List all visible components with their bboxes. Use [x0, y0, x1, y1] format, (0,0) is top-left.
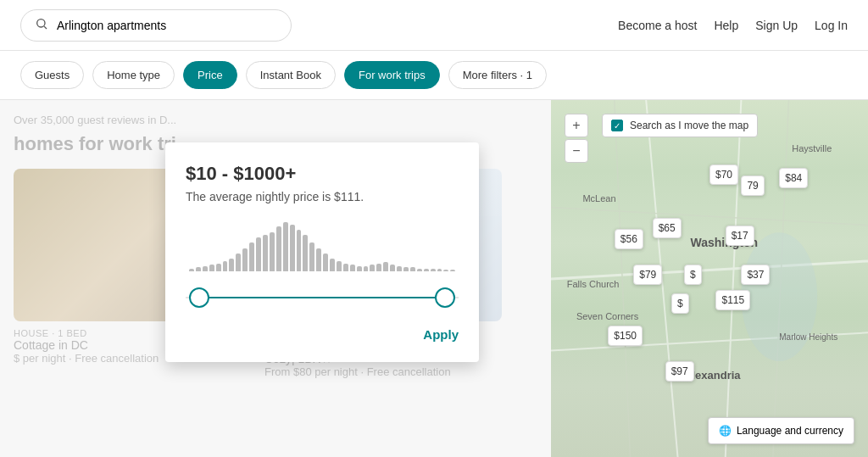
header-nav: Become a host Help Sign Up Log In	[618, 19, 848, 32]
price-popup: $10 - $1000+ The average nightly price i…	[165, 142, 479, 362]
range-fill	[199, 297, 445, 298]
signup-link[interactable]: Sign Up	[755, 19, 798, 32]
histogram-bar	[309, 242, 314, 271]
globe-icon: 🌐	[719, 425, 732, 437]
price-marker-4[interactable]: $65	[653, 218, 682, 238]
price-marker-8[interactable]: $37	[741, 265, 770, 285]
language-currency-button[interactable]: 🌐 Language and currency	[708, 417, 854, 444]
place-label-mclean: McLean	[582, 193, 615, 203]
zoom-out-button[interactable]: −	[565, 139, 588, 163]
filter-guests[interactable]: Guests	[20, 61, 84, 89]
histogram-bar	[290, 225, 295, 271]
login-link[interactable]: Log In	[815, 19, 848, 32]
histogram-bar	[236, 254, 241, 271]
main-content: Over 35,000 guest reviews in D... homes …	[0, 100, 868, 457]
svg-line-5	[726, 100, 742, 457]
histogram-bar	[229, 259, 234, 271]
search-input[interactable]: Arlington apartments	[57, 19, 277, 32]
become-host-link[interactable]: Become a host	[618, 19, 697, 32]
place-label-haystville: Haystville	[792, 143, 832, 153]
search-bar[interactable]: Arlington apartments	[20, 9, 292, 42]
histogram-bar	[270, 232, 275, 271]
histogram-bar	[283, 222, 288, 271]
histogram-bar	[249, 242, 254, 271]
svg-point-0	[37, 19, 45, 26]
filter-price[interactable]: Price	[183, 61, 237, 89]
histogram-bar	[417, 269, 422, 271]
histogram-bar	[383, 262, 388, 271]
map-panel: McLean Washington Falls Church Seven Cor…	[551, 100, 868, 457]
histogram-bar	[337, 261, 342, 271]
price-marker-5[interactable]: $17	[726, 226, 754, 246]
price-avg-text: The average nightly price is $111.	[186, 190, 459, 203]
histogram-bar	[370, 265, 375, 271]
filter-bar: Guests Home type Price Instant Book For …	[0, 51, 868, 100]
left-panel: Over 35,000 guest reviews in D... homes …	[0, 100, 551, 457]
histogram-bar	[263, 235, 268, 271]
histogram-bar	[223, 261, 228, 271]
histogram-bar	[196, 267, 201, 271]
price-marker-2[interactable]: $84	[779, 168, 808, 188]
price-marker-0[interactable]: $70	[709, 164, 738, 185]
histogram-bar	[203, 266, 208, 271]
histogram-bar	[316, 248, 321, 271]
histogram-bar	[189, 269, 194, 271]
price-marker-9[interactable]: $	[671, 293, 689, 314]
header: Arlington apartments Become a host Help …	[0, 0, 868, 51]
histogram-bar	[403, 267, 409, 271]
histogram-bar	[390, 265, 395, 271]
histogram-bar	[437, 269, 442, 271]
histogram-bar	[397, 266, 402, 271]
histogram-bar	[276, 226, 281, 271]
filter-home-type[interactable]: Home type	[92, 61, 175, 89]
histogram-bar	[303, 235, 308, 271]
histogram-bar	[450, 270, 455, 271]
zoom-in-button[interactable]: +	[565, 114, 588, 137]
price-marker-10[interactable]: $115	[715, 290, 750, 310]
lang-currency-label: Language and currency	[737, 425, 843, 437]
popup-footer: Apply	[186, 327, 459, 342]
card-price-1: From $80 per night · Free cancellation	[264, 365, 502, 378]
histogram-bar	[443, 270, 448, 271]
histogram-bar	[209, 265, 214, 271]
price-marker-3[interactable]: $56	[615, 229, 643, 249]
range-track	[186, 297, 459, 298]
histogram-bar	[357, 266, 362, 271]
range-thumb-right[interactable]	[435, 287, 455, 308]
filter-more[interactable]: More filters · 1	[448, 61, 547, 89]
map-background: McLean Washington Falls Church Seven Cor…	[551, 100, 868, 457]
histogram-bar	[330, 259, 335, 271]
range-thumb-left[interactable]	[189, 287, 209, 308]
place-label-seven-corners: Seven Corners	[576, 311, 638, 321]
price-marker-7[interactable]: $	[684, 265, 702, 285]
price-range-slider[interactable]	[186, 285, 459, 310]
histogram-bar	[350, 265, 355, 271]
histogram-bar	[376, 264, 381, 271]
histogram-bar	[216, 264, 221, 271]
search-icon	[35, 17, 48, 34]
svg-line-6	[551, 208, 868, 226]
histogram-bar	[242, 248, 248, 271]
price-histogram	[186, 220, 459, 271]
apply-button[interactable]: Apply	[423, 327, 459, 342]
price-marker-11[interactable]: $150	[608, 326, 643, 346]
map-zoom-controls: + −	[565, 114, 588, 163]
place-label-falls-church: Falls Church	[567, 279, 620, 289]
search-as-move-label: Search as I move the map	[630, 120, 748, 131]
filter-work-trips[interactable]: For work trips	[344, 61, 440, 89]
price-marker-12[interactable]: $97	[665, 361, 694, 382]
price-marker-6[interactable]: $79	[633, 265, 662, 285]
histogram-bar	[343, 264, 348, 271]
search-as-move-checkbox[interactable]: ✓	[611, 120, 623, 131]
filter-instant-book[interactable]: Instant Book	[246, 61, 336, 89]
place-label-marlow: Marlow Heights	[779, 332, 837, 342]
histogram-bar	[410, 267, 415, 271]
histogram-bar	[323, 254, 328, 271]
histogram-bar	[364, 266, 369, 271]
histogram-bar	[256, 237, 261, 271]
price-marker-1[interactable]: 79	[741, 176, 764, 196]
over-reviews-text: Over 35,000 guest reviews in D...	[14, 114, 537, 126]
help-link[interactable]: Help	[714, 19, 738, 32]
search-as-move-control[interactable]: ✓ Search as I move the map	[602, 114, 758, 137]
histogram-bar	[424, 269, 429, 271]
